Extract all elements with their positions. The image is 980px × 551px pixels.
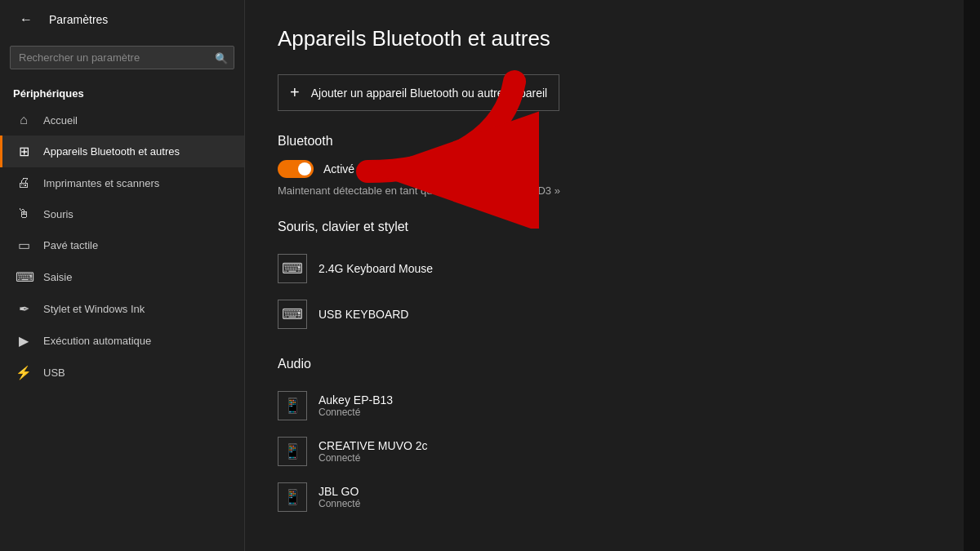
audio-device-name-1: Aukey EP-B13	[318, 393, 393, 407]
bluetooth-toggle-row: Activé	[278, 160, 931, 178]
printer-icon: 🖨	[16, 176, 32, 190]
sidebar-item-saisie[interactable]: ⌨ Saisie	[0, 261, 244, 293]
device-item-audio3[interactable]: 📱 JBL GO Connecté	[278, 474, 931, 520]
search-box: 🔍	[10, 46, 234, 69]
sidebar-item-souris[interactable]: 🖱 Souris	[0, 198, 244, 229]
device-item-keyboard2[interactable]: ⌨ USB KEYBOARD	[278, 291, 931, 337]
keyboard-section: Souris, clavier et stylet ⌨ 2.4G Keyboar…	[278, 220, 931, 337]
main-content: Appareils Bluetooth et autres + Ajouter …	[245, 0, 964, 551]
detectable-text: Maintenant détectable en tant que « LAPT…	[278, 184, 931, 197]
device-item-keyboard1[interactable]: ⌨ 2.4G Keyboard Mouse	[278, 246, 931, 291]
device-name: 2.4G Keyboard Mouse	[318, 262, 433, 275]
pen-icon: ✒	[16, 301, 32, 317]
audio-device-name-3: JBL GO	[318, 485, 360, 498]
add-device-label: Ajouter un appareil Bluetooth ou autre a…	[311, 87, 548, 100]
toggle-knob	[298, 162, 311, 176]
sidebar-item-label: Pavé tactile	[43, 239, 98, 251]
sidebar-item-accueil[interactable]: ⌂ Accueil	[0, 104, 244, 136]
add-device-button[interactable]: + Ajouter un appareil Bluetooth ou autre…	[278, 74, 559, 111]
sidebar-item-usb[interactable]: ⚡ USB	[0, 357, 244, 389]
search-icon: 🔍	[215, 51, 228, 64]
sidebar-item-label: USB	[43, 367, 65, 379]
audio-device-info-1: Aukey EP-B13 Connecté	[318, 393, 393, 418]
audio-device-status-2: Connecté	[318, 452, 428, 464]
sidebar-item-label: Imprimantes et scanners	[43, 177, 159, 189]
back-icon: ←	[20, 12, 33, 26]
audio-device-icon-2: 📱	[278, 437, 307, 466]
audio-section-heading: Audio	[278, 357, 931, 371]
mouse-icon: 🖱	[16, 207, 32, 221]
sidebar-title: Paramètres	[49, 13, 108, 26]
sidebar-item-imprimantes[interactable]: 🖨 Imprimantes et scanners	[0, 167, 244, 198]
audio-device-icon-1: 📱	[278, 391, 307, 420]
device-item-audio1[interactable]: 📱 Aukey EP-B13 Connecté	[278, 383, 931, 429]
home-icon: ⌂	[16, 113, 32, 127]
audio-device-icon-3: 📱	[278, 482, 307, 512]
plus-icon: +	[290, 83, 300, 102]
device-name-2: USB KEYBOARD	[318, 308, 408, 321]
autoplay-icon: ▶	[16, 333, 32, 349]
keyboard-section-heading: Souris, clavier et stylet	[278, 220, 931, 234]
audio-section: Audio 📱 Aukey EP-B13 Connecté 📱 CREATIVE…	[278, 357, 931, 520]
sidebar-item-label: Appareils Bluetooth et autres	[43, 145, 180, 158]
touchpad-icon: ▭	[16, 238, 32, 253]
sidebar-item-label: Accueil	[43, 114, 78, 127]
sidebar-item-pave-tactile[interactable]: ▭ Pavé tactile	[0, 229, 244, 261]
keyboard-icon: ⌨	[16, 269, 32, 285]
sidebar-item-stylet[interactable]: ✒ Stylet et Windows Ink	[0, 293, 244, 325]
audio-device-status-3: Connecté	[318, 498, 360, 509]
keyboard-device-icon-2: ⌨	[278, 300, 307, 329]
audio-device-info-2: CREATIVE MUVO 2c Connecté	[318, 439, 428, 464]
audio-device-info-3: JBL GO Connecté	[318, 485, 360, 509]
keyboard-device-icon: ⌨	[278, 254, 307, 283]
bluetooth-toggle[interactable]	[278, 160, 314, 178]
page-title: Appareils Bluetooth et autres	[278, 26, 931, 51]
bluetooth-section-heading: Bluetooth	[278, 134, 931, 149]
device-info-2: USB KEYBOARD	[318, 308, 408, 321]
sidebar-section-label: Périphériques	[0, 76, 244, 104]
bluetooth-icon: ⊞	[16, 144, 32, 159]
sidebar-item-label: Exécution automatique	[43, 335, 151, 347]
sidebar-item-label: Souris	[43, 208, 74, 220]
sidebar-item-execution[interactable]: ▶ Exécution automatique	[0, 325, 244, 357]
audio-device-status-1: Connecté	[318, 407, 393, 418]
sidebar: ← Paramètres 🔍 Périphériques ⌂ Accueil ⊞…	[0, 0, 245, 551]
search-input[interactable]	[10, 46, 234, 69]
bluetooth-status-label: Activé	[323, 162, 354, 176]
sidebar-item-label: Stylet et Windows Ink	[43, 303, 145, 315]
sidebar-item-label: Saisie	[43, 271, 72, 283]
usb-icon: ⚡	[16, 365, 32, 380]
device-item-audio2[interactable]: 📱 CREATIVE MUVO 2c Connecté	[278, 429, 931, 474]
right-strip	[964, 0, 980, 551]
sidebar-header: ← Paramètres	[0, 0, 244, 39]
device-info: 2.4G Keyboard Mouse	[318, 262, 433, 275]
back-button[interactable]: ←	[13, 9, 39, 30]
search-icon-button[interactable]: 🔍	[215, 51, 228, 64]
sidebar-item-bluetooth[interactable]: ⊞ Appareils Bluetooth et autres	[0, 136, 244, 167]
audio-device-name-2: CREATIVE MUVO 2c	[318, 439, 428, 452]
